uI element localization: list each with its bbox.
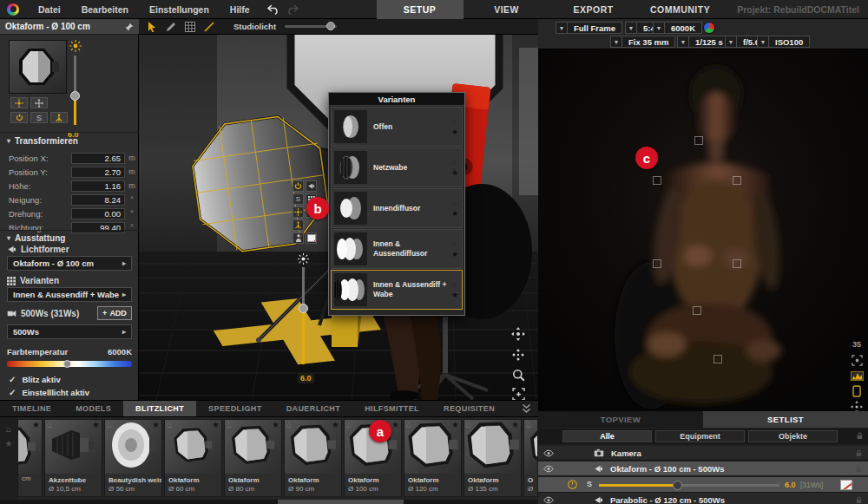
frame-all-icon[interactable] bbox=[510, 386, 526, 400]
library-item-oktaform-7[interactable]: ⌂★OktaformØ 135 cm bbox=[464, 419, 522, 497]
star-icon[interactable]: ★ bbox=[332, 420, 339, 429]
filter-equipment[interactable]: Equipment bbox=[655, 430, 745, 442]
power-toggle-button[interactable] bbox=[10, 112, 28, 123]
collapse-panel-icon[interactable]: « bbox=[142, 399, 148, 400]
home-flag-icon[interactable]: ⌂ bbox=[452, 280, 457, 289]
home-icon[interactable]: ⌂ bbox=[466, 420, 471, 429]
library-item-oktaform-3[interactable]: ⌂★OktaformØ 80 cm bbox=[224, 419, 282, 497]
library-item-akzenttube-0[interactable]: ⌂★AkzenttubeØ 10,5 cm bbox=[44, 419, 102, 497]
home-filter-icon[interactable]: ⌂ bbox=[6, 424, 11, 434]
setting-fix35mm[interactable]: ▼Fix 35 mm bbox=[610, 36, 675, 48]
solo-button[interactable]: S bbox=[30, 112, 48, 123]
star-icon[interactable]: ★ bbox=[451, 420, 459, 429]
home-flag-icon[interactable]: ⌂ bbox=[452, 117, 457, 126]
star-icon[interactable]: ★ bbox=[32, 420, 40, 429]
library-item-oktaform-6[interactable]: ⌂★OktaformØ 120 cm bbox=[404, 419, 462, 497]
filter-objekte[interactable]: Objekte bbox=[748, 430, 838, 442]
variant-item-wabe_only[interactable]: Netzwabe⌂★ bbox=[331, 147, 463, 187]
zoom-view-icon[interactable] bbox=[510, 367, 526, 383]
setlist-row-2[interactable]: Parabolic - Ø 120 cm - 500Ws bbox=[538, 493, 868, 504]
transform-value-input[interactable]: 2.70 bbox=[71, 167, 125, 178]
home-flag-icon[interactable]: ⌂ bbox=[452, 158, 457, 167]
transform-value-input[interactable]: 1.16 bbox=[71, 180, 125, 192]
library-tab-dauerlicht[interactable]: DAUERLICHT bbox=[274, 401, 353, 416]
home-icon[interactable]: ⌂ bbox=[107, 420, 112, 429]
checkbox-0[interactable]: ✓Blitz aktiv bbox=[9, 375, 61, 384]
tab-setup[interactable]: SETUP bbox=[377, 0, 464, 19]
camera-preview[interactable]: c 35 bbox=[538, 49, 868, 411]
scene-center-button[interactable] bbox=[293, 206, 304, 218]
home-icon[interactable]: ⌂ bbox=[227, 420, 232, 429]
viewport-3d[interactable]: Studiolicht bbox=[139, 19, 538, 400]
select-cursor-tool[interactable] bbox=[148, 22, 157, 32]
add-generator-button[interactable]: + ADD bbox=[97, 306, 132, 320]
star-icon[interactable]: ★ bbox=[511, 420, 519, 429]
setting-1125s[interactable]: ▼1/125 s bbox=[677, 36, 730, 48]
checkbox-1[interactable]: ✓Einstelllicht aktiv bbox=[9, 388, 89, 397]
home-icon[interactable]: ⌂ bbox=[47, 420, 52, 429]
home-flag-icon[interactable]: ⌂ bbox=[452, 239, 457, 248]
library-scrollbar[interactable] bbox=[0, 500, 538, 504]
star-icon[interactable]: ★ bbox=[212, 420, 220, 429]
home-icon[interactable]: ⌂ bbox=[346, 420, 352, 429]
setting-fullframe[interactable]: ▼Full Frame bbox=[556, 22, 622, 34]
transform-value-input[interactable]: 0.00 bbox=[71, 208, 125, 219]
pin-icon[interactable] bbox=[125, 23, 134, 31]
star-flag-icon[interactable]: ★ bbox=[451, 250, 458, 259]
orbit-camera-icon[interactable] bbox=[848, 400, 865, 411]
pen-tool[interactable] bbox=[166, 22, 176, 32]
solo-button[interactable]: S bbox=[587, 480, 592, 488]
setlist-tab-setlist[interactable]: SETLIST bbox=[703, 411, 868, 428]
library-item-beautydish-weiss-1[interactable]: ⌂★Beautydish weissØ 56 cm bbox=[104, 419, 162, 497]
star-icon[interactable]: ★ bbox=[272, 420, 279, 429]
visibility-eye-icon[interactable] bbox=[543, 449, 554, 457]
menu-einstellungen[interactable]: Einstellungen bbox=[139, 4, 220, 15]
star-filter-icon[interactable]: ★ bbox=[5, 439, 13, 448]
tripod-button[interactable] bbox=[50, 112, 68, 123]
home-flag-icon[interactable]: ⌂ bbox=[452, 199, 457, 207]
center-target-button[interactable] bbox=[10, 97, 28, 108]
scene-intensity-knob[interactable] bbox=[299, 304, 308, 313]
star-icon[interactable]: ★ bbox=[92, 420, 100, 429]
crop-expand-icon[interactable] bbox=[848, 353, 865, 367]
studio-scene[interactable]: S 6. bbox=[139, 35, 538, 400]
scene-tripod-button[interactable] bbox=[293, 219, 304, 231]
pan-view-icon[interactable] bbox=[510, 347, 526, 363]
variant-item-offen[interactable]: Offen⌂★ bbox=[331, 107, 463, 147]
transform-value-input[interactable]: 2.65 bbox=[71, 153, 125, 164]
menu-datei[interactable]: Datei bbox=[28, 4, 71, 15]
chevron-double-down-icon[interactable] bbox=[522, 401, 531, 416]
tab-export[interactable]: EXPORT bbox=[550, 0, 637, 19]
home-icon[interactable]: ⌂ bbox=[406, 420, 411, 429]
transform-section-header[interactable]: ▾ Transformieren bbox=[0, 136, 78, 146]
histogram-icon[interactable] bbox=[848, 369, 865, 383]
light-intensity-knob[interactable] bbox=[70, 91, 80, 101]
equipment-section-header[interactable]: ▾ Ausstattung bbox=[0, 233, 65, 243]
power-icon[interactable] bbox=[568, 480, 577, 489]
home-icon[interactable]: ⌂ bbox=[526, 420, 531, 429]
lock-icon[interactable] bbox=[855, 464, 863, 474]
intensity-slider-knob[interactable] bbox=[673, 481, 682, 490]
lichtformer-dropdown[interactable]: Oktaform - Ø 100 cm ▸ bbox=[7, 256, 132, 271]
setlist-row-0[interactable]: Kamera bbox=[538, 446, 868, 461]
home-icon[interactable]: ⌂ bbox=[167, 420, 172, 429]
star-flag-icon[interactable]: ★ bbox=[451, 291, 458, 299]
scene-power-button[interactable] bbox=[293, 180, 304, 192]
power-dropdown[interactable]: 500Ws ▸ bbox=[7, 324, 132, 339]
home-icon[interactable]: ⌂ bbox=[286, 420, 292, 429]
menu-bearbeiten[interactable]: Bearbeiten bbox=[71, 4, 139, 15]
library-tab-requisiten[interactable]: REQUISITEN bbox=[431, 401, 507, 416]
setlist-tab-topview[interactable]: TOPVIEW bbox=[538, 411, 703, 428]
visibility-eye-icon[interactable] bbox=[543, 496, 554, 504]
filter-alle[interactable]: Alle bbox=[562, 430, 652, 442]
undo-icon[interactable] bbox=[267, 4, 279, 15]
library-tab-timeline[interactable]: TIMELINE bbox=[0, 401, 63, 416]
redo-icon[interactable] bbox=[286, 4, 299, 15]
library-tab-hilfsmittel[interactable]: HILFSMITTEL bbox=[352, 401, 431, 416]
studiolicht-slider[interactable] bbox=[285, 25, 337, 28]
setting-iso100[interactable]: ▼ISO100 bbox=[757, 36, 810, 48]
library-tab-models[interactable]: MODELS bbox=[63, 401, 123, 416]
setting-6000k[interactable]: ▼6000K bbox=[653, 22, 702, 34]
gel-none-icon[interactable] bbox=[840, 480, 852, 490]
star-flag-icon[interactable]: ★ bbox=[451, 128, 458, 136]
